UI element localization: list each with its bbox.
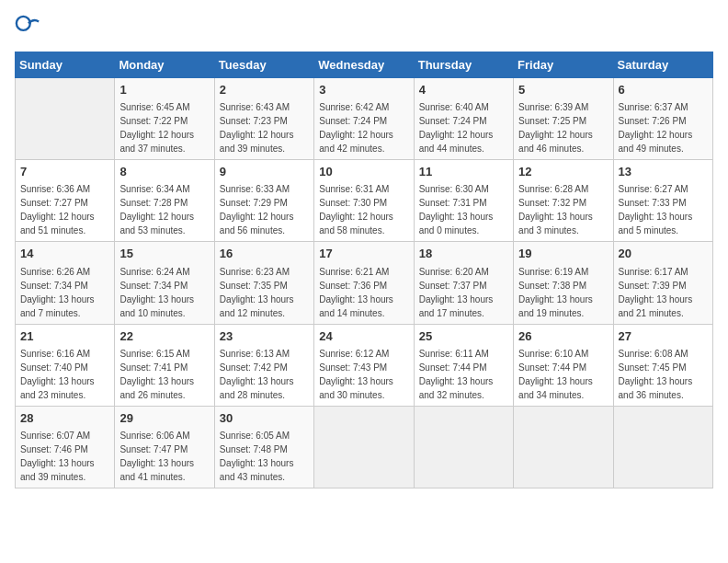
day-info: Sunrise: 6:45 AMSunset: 7:22 PMDaylight:… [119,100,209,155]
day-info: Sunrise: 6:34 AMSunset: 7:28 PMDaylight:… [119,182,209,237]
column-header-sunday: Sunday [16,52,115,78]
day-info: Sunrise: 6:36 AMSunset: 7:27 PMDaylight:… [20,182,109,237]
calendar-cell [514,406,613,488]
calendar-cell [414,406,513,488]
day-number: 3 [319,82,408,98]
calendar-cell: 24Sunrise: 6:12 AMSunset: 7:43 PMDayligh… [314,324,414,406]
day-number: 21 [20,328,109,345]
day-number: 11 [419,164,508,180]
day-info: Sunrise: 6:27 AMSunset: 7:33 PMDaylight:… [619,182,708,237]
calendar-cell: 25Sunrise: 6:11 AMSunset: 7:44 PMDayligh… [414,324,513,406]
column-header-wednesday: Wednesday [314,52,414,78]
day-number: 15 [119,246,209,262]
column-header-monday: Monday [115,52,214,78]
day-number: 20 [619,246,708,262]
day-info: Sunrise: 6:43 AMSunset: 7:23 PMDaylight:… [220,100,309,155]
day-number: 19 [518,246,608,262]
day-number: 2 [220,82,309,98]
day-number: 24 [319,328,408,345]
svg-point-0 [17,17,30,30]
calendar-cell: 22Sunrise: 6:15 AMSunset: 7:41 PMDayligh… [115,324,214,406]
day-number: 12 [518,164,608,180]
calendar-cell: 16Sunrise: 6:23 AMSunset: 7:35 PMDayligh… [214,242,313,324]
calendar-cell [16,78,115,160]
calendar-week-row: 28Sunrise: 6:07 AMSunset: 7:46 PMDayligh… [16,406,713,488]
day-info: Sunrise: 6:39 AMSunset: 7:25 PMDaylight:… [518,100,608,155]
day-number: 14 [20,246,109,262]
day-info: Sunrise: 6:10 AMSunset: 7:44 PMDaylight:… [518,347,608,402]
day-info: Sunrise: 6:12 AMSunset: 7:43 PMDaylight:… [319,347,408,402]
day-info: Sunrise: 6:42 AMSunset: 7:24 PMDaylight:… [319,100,408,155]
calendar-week-row: 7Sunrise: 6:36 AMSunset: 7:27 PMDaylight… [16,160,713,242]
day-number: 22 [119,328,209,345]
calendar-table: SundayMondayTuesdayWednesdayThursdayFrid… [15,52,713,488]
calendar-cell: 3Sunrise: 6:42 AMSunset: 7:24 PMDaylight… [314,78,414,160]
calendar-cell: 11Sunrise: 6:30 AMSunset: 7:31 PMDayligh… [414,160,513,242]
day-number: 4 [419,82,508,98]
day-info: Sunrise: 6:19 AMSunset: 7:38 PMDaylight:… [518,265,608,320]
calendar-cell: 23Sunrise: 6:13 AMSunset: 7:42 PMDayligh… [214,324,313,406]
day-info: Sunrise: 6:33 AMSunset: 7:29 PMDaylight:… [220,182,309,237]
calendar-cell: 12Sunrise: 6:28 AMSunset: 7:32 PMDayligh… [514,160,613,242]
day-number: 23 [220,328,309,345]
day-number: 7 [20,164,109,180]
day-info: Sunrise: 6:15 AMSunset: 7:41 PMDaylight:… [119,347,209,402]
day-info: Sunrise: 6:31 AMSunset: 7:30 PMDaylight:… [319,182,408,237]
day-number: 27 [619,328,708,345]
calendar-cell: 7Sunrise: 6:36 AMSunset: 7:27 PMDaylight… [16,160,115,242]
column-header-friday: Friday [514,52,613,78]
calendar-cell: 5Sunrise: 6:39 AMSunset: 7:25 PMDaylight… [514,78,613,160]
calendar-cell: 26Sunrise: 6:10 AMSunset: 7:44 PMDayligh… [514,324,613,406]
calendar-cell: 28Sunrise: 6:07 AMSunset: 7:46 PMDayligh… [16,406,115,488]
day-info: Sunrise: 6:16 AMSunset: 7:40 PMDaylight:… [20,347,109,402]
day-number: 6 [619,82,708,98]
calendar-week-row: 1Sunrise: 6:45 AMSunset: 7:22 PMDaylight… [16,78,713,160]
day-info: Sunrise: 6:21 AMSunset: 7:36 PMDaylight:… [319,265,408,320]
calendar-cell: 2Sunrise: 6:43 AMSunset: 7:23 PMDaylight… [214,78,313,160]
column-header-saturday: Saturday [613,52,712,78]
day-number: 29 [119,410,209,427]
calendar-cell: 8Sunrise: 6:34 AMSunset: 7:28 PMDaylight… [115,160,214,242]
day-info: Sunrise: 6:23 AMSunset: 7:35 PMDaylight:… [220,265,309,320]
day-info: Sunrise: 6:30 AMSunset: 7:31 PMDaylight:… [419,182,508,237]
day-info: Sunrise: 6:17 AMSunset: 7:39 PMDaylight:… [619,265,708,320]
day-info: Sunrise: 6:28 AMSunset: 7:32 PMDaylight:… [518,182,608,237]
calendar-cell: 21Sunrise: 6:16 AMSunset: 7:40 PMDayligh… [16,324,115,406]
calendar-cell: 10Sunrise: 6:31 AMSunset: 7:30 PMDayligh… [314,160,414,242]
day-number: 16 [220,246,309,262]
day-info: Sunrise: 6:40 AMSunset: 7:24 PMDaylight:… [419,100,508,155]
day-number: 17 [319,246,408,262]
day-info: Sunrise: 6:05 AMSunset: 7:48 PMDaylight:… [220,429,309,484]
day-number: 26 [518,328,608,345]
calendar-cell: 9Sunrise: 6:33 AMSunset: 7:29 PMDaylight… [214,160,313,242]
calendar-week-row: 14Sunrise: 6:26 AMSunset: 7:34 PMDayligh… [16,242,713,324]
calendar-cell: 1Sunrise: 6:45 AMSunset: 7:22 PMDaylight… [115,78,214,160]
column-header-thursday: Thursday [414,52,513,78]
day-info: Sunrise: 6:06 AMSunset: 7:47 PMDaylight:… [119,429,209,484]
day-info: Sunrise: 6:24 AMSunset: 7:34 PMDaylight:… [119,265,209,320]
day-info: Sunrise: 6:20 AMSunset: 7:37 PMDaylight:… [419,265,508,320]
calendar-cell [613,406,712,488]
calendar-cell: 30Sunrise: 6:05 AMSunset: 7:48 PMDayligh… [214,406,313,488]
day-number: 8 [119,164,209,180]
column-header-tuesday: Tuesday [214,52,313,78]
day-number: 13 [619,164,708,180]
calendar-cell: 4Sunrise: 6:40 AMSunset: 7:24 PMDaylight… [414,78,513,160]
calendar-cell: 29Sunrise: 6:06 AMSunset: 7:47 PMDayligh… [115,406,214,488]
day-number: 1 [119,82,209,98]
calendar-cell: 19Sunrise: 6:19 AMSunset: 7:38 PMDayligh… [514,242,613,324]
page-header [15,15,713,40]
calendar-cell: 15Sunrise: 6:24 AMSunset: 7:34 PMDayligh… [115,242,214,324]
calendar-cell: 18Sunrise: 6:20 AMSunset: 7:37 PMDayligh… [414,242,513,324]
day-info: Sunrise: 6:08 AMSunset: 7:45 PMDaylight:… [619,347,708,402]
day-info: Sunrise: 6:13 AMSunset: 7:42 PMDaylight:… [220,347,309,402]
day-info: Sunrise: 6:07 AMSunset: 7:46 PMDaylight:… [20,429,109,484]
calendar-header-row: SundayMondayTuesdayWednesdayThursdayFrid… [16,52,713,78]
calendar-cell [314,406,414,488]
day-number: 10 [319,164,408,180]
calendar-cell: 14Sunrise: 6:26 AMSunset: 7:34 PMDayligh… [16,242,115,324]
calendar-cell: 27Sunrise: 6:08 AMSunset: 7:45 PMDayligh… [613,324,712,406]
day-number: 25 [419,328,508,345]
day-number: 30 [220,410,309,427]
calendar-cell: 17Sunrise: 6:21 AMSunset: 7:36 PMDayligh… [314,242,414,324]
